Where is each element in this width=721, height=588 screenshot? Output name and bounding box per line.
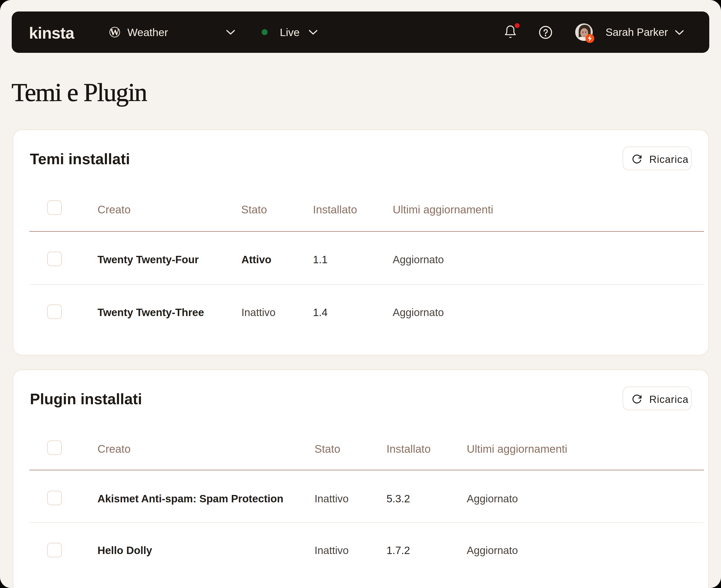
svg-text:W: W bbox=[110, 27, 120, 37]
